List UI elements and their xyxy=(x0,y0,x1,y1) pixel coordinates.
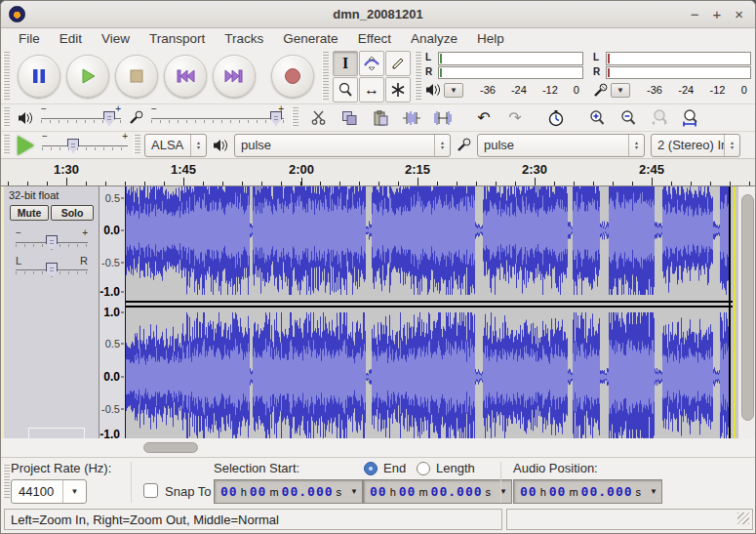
vertical-scrollbar-thumb[interactable] xyxy=(741,194,754,421)
track-pan-slider[interactable]: L R xyxy=(16,261,88,278)
skip-to-start-button[interactable] xyxy=(164,55,207,98)
playback-meter-dropdown[interactable]: ▼ xyxy=(444,83,463,98)
selection-toolbar-grip[interactable] xyxy=(3,465,10,499)
fit-selection-button[interactable] xyxy=(646,106,673,130)
transcription-toolbar-grip[interactable] xyxy=(3,135,10,155)
menu-tracks[interactable]: Tracks xyxy=(215,29,273,48)
spinner-icon[interactable]: ▴▾ xyxy=(628,135,644,156)
play-at-speed-button[interactable] xyxy=(18,136,34,155)
mute-button[interactable]: Mute xyxy=(10,205,49,221)
playback-meter-right-bar[interactable] xyxy=(438,66,583,80)
envelope-tool-button[interactable] xyxy=(359,51,384,76)
recording-meter-left-bar[interactable] xyxy=(606,52,751,65)
selection-end-field[interactable]: 00h 00m 00.000s ▼ xyxy=(363,479,512,504)
paste-button[interactable] xyxy=(367,106,394,130)
playback-speed-slider-thumb[interactable] xyxy=(67,139,79,153)
vertical-scrollbar[interactable] xyxy=(737,186,756,438)
edit-toolbar: ↶ ↷ xyxy=(300,104,708,131)
spinner-icon[interactable]: ▴▾ xyxy=(190,135,206,156)
vertical-ruler[interactable]: 0.5 0.0 -0.5 -1.0 1.0 0.5 0.0 -0.5 -1.0 xyxy=(99,186,126,438)
dropdown-arrow-icon[interactable]: ▼ xyxy=(350,487,358,496)
playback-speed-slider[interactable]: −+ xyxy=(42,137,128,154)
dropdown-arrow-icon[interactable]: ▼ xyxy=(650,487,657,496)
title-bar[interactable]: dmn_20081201 − + × xyxy=(1,1,755,28)
cut-button[interactable] xyxy=(304,106,332,130)
solo-button[interactable]: Solo xyxy=(51,205,94,221)
play-icon xyxy=(78,66,98,86)
menu-generate[interactable]: Generate xyxy=(273,29,347,48)
time-shift-tool-button[interactable]: ↔ xyxy=(359,77,384,103)
skip-to-end-button[interactable] xyxy=(213,55,256,98)
stereo-waveform[interactable] xyxy=(126,186,733,438)
menu-analyze[interactable]: Analyze xyxy=(401,29,467,48)
audio-position-field[interactable]: 00h 00m 00.000s ▼ xyxy=(513,479,662,504)
output-volume-slider-thumb[interactable] xyxy=(103,111,115,126)
transport-toolbar-grip[interactable] xyxy=(3,52,10,101)
track-pan-slider-thumb[interactable] xyxy=(46,263,58,277)
undo-button[interactable]: ↶ xyxy=(470,106,497,130)
redo-button[interactable]: ↷ xyxy=(501,106,529,130)
end-radio[interactable] xyxy=(364,462,378,475)
zoom-tool-button[interactable] xyxy=(333,77,358,103)
stop-button[interactable] xyxy=(115,55,158,98)
mixer-toolbar-grip[interactable] xyxy=(3,107,10,128)
zoom-tool-icon xyxy=(338,82,353,98)
silence-audio-button[interactable] xyxy=(429,106,457,130)
play-button[interactable] xyxy=(66,55,109,98)
speaker-icon xyxy=(425,83,441,97)
spinner-icon[interactable]: ▴▾ xyxy=(724,135,739,156)
meter-toolbar-grip[interactable] xyxy=(415,52,421,101)
track-gain-slider-thumb[interactable] xyxy=(46,235,58,250)
recording-meter-dropdown[interactable]: ▼ xyxy=(611,83,630,98)
output-volume-slider[interactable]: −+ xyxy=(41,109,121,127)
project-rate-select[interactable]: 44100 ▼ xyxy=(11,479,87,504)
menu-effect[interactable]: Effect xyxy=(348,29,401,48)
playback-meter[interactable]: L R ▼ -36 -24 -12 0 xyxy=(425,52,583,101)
multi-tool-button[interactable] xyxy=(385,77,411,103)
selection-start-field[interactable]: 00h 00m 00.000s ▼ xyxy=(214,479,363,504)
draw-tool-button[interactable] xyxy=(385,51,411,76)
playback-meter-left-bar[interactable] xyxy=(438,52,583,65)
status-message: Left=Zoom In, Right=Zoom Out, Middle=Nor… xyxy=(11,513,279,527)
length-radio[interactable] xyxy=(417,462,430,475)
recording-meter[interactable]: L R ▼ -36 -24 -12 0 xyxy=(593,52,751,101)
timeline-ruler[interactable]: 1:30 1:45 2:00 2:15 2:30 2:45 xyxy=(1,158,755,186)
recording-meter-right-bar[interactable] xyxy=(606,66,751,80)
output-device-select[interactable]: pulse ▴▾ xyxy=(234,134,451,157)
trim-audio-button[interactable] xyxy=(398,106,425,130)
audio-host-select[interactable]: ALSA ▴▾ xyxy=(144,134,207,157)
dropdown-arrow-icon[interactable]: ▼ xyxy=(62,480,86,503)
edit-toolbar-grip[interactable] xyxy=(292,107,298,128)
maximize-button[interactable]: + xyxy=(712,7,721,21)
menu-transport[interactable]: Transport xyxy=(139,29,215,48)
audacity-window: dmn_20081201 − + × File Edit View Transp… xyxy=(0,0,756,534)
track-control-panel[interactable]: 32-bit float Mute Solo − + L R xyxy=(4,186,99,438)
record-button[interactable] xyxy=(271,55,314,98)
menu-edit[interactable]: Edit xyxy=(50,29,92,48)
minimize-button[interactable]: − xyxy=(691,7,699,21)
tools-toolbar-grip[interactable] xyxy=(322,52,329,101)
fit-project-button[interactable] xyxy=(677,106,704,130)
spinner-icon[interactable]: ▴▾ xyxy=(434,135,450,156)
menu-help[interactable]: Help xyxy=(467,29,514,48)
input-channels-select[interactable]: 2 (Stereo) In ▴▾ xyxy=(651,134,740,157)
sync-lock-button[interactable] xyxy=(542,106,570,130)
stop-icon xyxy=(127,66,146,86)
snap-to-checkbox[interactable] xyxy=(143,483,158,498)
input-device-select[interactable]: pulse ▴▾ xyxy=(477,134,645,157)
resize-grip[interactable] xyxy=(737,513,749,524)
input-volume-slider[interactable]: −+ xyxy=(151,109,284,127)
zoom-in-button[interactable] xyxy=(583,106,611,130)
device-toolbar-grip[interactable] xyxy=(134,135,140,155)
copy-button[interactable] xyxy=(336,106,363,130)
pause-button[interactable] xyxy=(18,55,60,98)
input-volume-slider-thumb[interactable] xyxy=(270,111,282,126)
zoom-out-button[interactable] xyxy=(615,106,642,130)
horizontal-scrollbar-thumb[interactable] xyxy=(143,442,198,453)
track-gain-slider[interactable]: − + xyxy=(16,233,88,251)
menu-file[interactable]: File xyxy=(9,29,50,48)
menu-view[interactable]: View xyxy=(92,29,139,48)
close-button[interactable]: × xyxy=(735,7,743,21)
selection-tool-button[interactable]: I xyxy=(333,51,358,76)
horizontal-scrollbar[interactable] xyxy=(1,438,755,457)
